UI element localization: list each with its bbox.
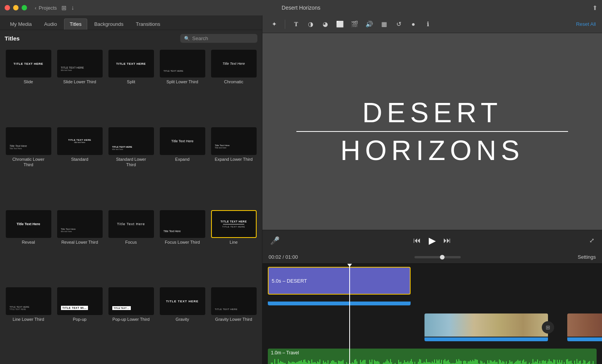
- color-correct-icon[interactable]: ◕: [320, 19, 331, 30]
- video-clip-2[interactable]: [567, 313, 602, 341]
- settings-button[interactable]: Settings: [578, 254, 596, 260]
- title-item-split[interactable]: TITLE TEXT HERE Split: [106, 48, 156, 125]
- waveform-bar: [377, 361, 378, 364]
- titles-heading: Titles: [5, 35, 20, 42]
- text-format-icon[interactable]: 𝐓: [291, 19, 301, 30]
- waveform-bar: [336, 362, 337, 364]
- title-thumb-gravity: TITLE TEXT HERE: [160, 287, 205, 315]
- search-input[interactable]: [192, 35, 254, 41]
- waveform-bar: [560, 362, 561, 364]
- crop-icon[interactable]: ⬜: [335, 19, 345, 30]
- camera-icon[interactable]: 🎬: [349, 19, 360, 30]
- video-clip-2-frames: [567, 313, 602, 337]
- tab-audio[interactable]: Audio: [39, 19, 62, 29]
- waveform-bar: [424, 362, 424, 364]
- title-item-chromatic[interactable]: Title Text Here Chromatic: [208, 48, 259, 125]
- waveform-bar: [543, 360, 544, 364]
- waveform-bar: [536, 362, 537, 364]
- waveform-bar: [561, 360, 562, 364]
- share-button[interactable]: ⬆: [592, 4, 597, 12]
- title-item-focus-lower-third[interactable]: Title Text Here Focus Lower Third: [157, 209, 208, 285]
- title-item-gravity-lower-third[interactable]: TITLE TEXT HERE Gravity Lower Third: [208, 286, 259, 362]
- waveform-bar: [324, 362, 325, 364]
- waveform-bar: [477, 360, 478, 364]
- waveform-bar: [523, 359, 524, 364]
- microphone-icon[interactable]: 🎤: [270, 236, 280, 245]
- waveform-bar: [406, 362, 407, 364]
- filter-icon[interactable]: ◑: [305, 19, 316, 30]
- waveform-bar: [472, 360, 473, 364]
- title-item-expand[interactable]: Title Text Here Expand: [157, 126, 208, 208]
- title-item-focus[interactable]: Title Text Here Focus: [106, 209, 156, 285]
- tab-my-media[interactable]: My Media: [5, 19, 37, 29]
- title-item-slide-lower-third[interactable]: TITLE TEXT HERE title text here Slide Lo…: [54, 48, 105, 125]
- title-item-line[interactable]: TITLE TEXT HERE TITLE TEXT HERE Line: [208, 209, 259, 285]
- waveform-bar: [430, 362, 430, 364]
- speed-icon[interactable]: ▦: [379, 19, 389, 30]
- grid-view-icon[interactable]: ⊞: [61, 4, 66, 12]
- forward-arrow-icon[interactable]: ↓: [71, 4, 74, 11]
- stabilize-icon[interactable]: ↺: [393, 19, 404, 30]
- waveform-bar: [495, 362, 496, 364]
- title-thumb-standard: TITLE TEXT HERE title text here: [57, 127, 103, 155]
- tab-transitions[interactable]: Transitions: [130, 19, 166, 29]
- play-button[interactable]: ▶: [429, 235, 436, 246]
- title-caption-chromatic: Chromatic: [224, 79, 243, 84]
- zoom-bar[interactable]: [414, 256, 461, 258]
- title-thumb-focus: Title Text Here: [108, 210, 154, 238]
- title-item-reveal[interactable]: Title Text Here Reveal: [3, 209, 54, 285]
- waveform-bar: [548, 361, 548, 364]
- title-item-standard-lower-third[interactable]: TITLE TEXT HERE title text here Standard…: [106, 126, 156, 208]
- waveform-bar: [468, 361, 468, 364]
- title-item-reveal-lower-third[interactable]: Title Text Here title text here Reveal L…: [54, 209, 105, 285]
- title-caption-split: Split: [127, 79, 135, 84]
- title-clip[interactable]: 5.0s – DESERT: [268, 267, 411, 295]
- info-icon[interactable]: ℹ: [423, 19, 433, 30]
- waveform-bar: [320, 359, 320, 364]
- audio-clip[interactable]: 1.0m – Travel: [268, 349, 597, 364]
- close-button[interactable]: [5, 5, 10, 10]
- title-item-slide[interactable]: TITLE TEXT HERE Slide: [3, 48, 54, 125]
- waveform-bar: [353, 363, 354, 364]
- video-clip-1[interactable]: [424, 313, 548, 341]
- minimize-button[interactable]: [13, 5, 19, 10]
- skip-back-icon[interactable]: ⏮: [413, 236, 421, 245]
- back-to-projects[interactable]: ‹ Projects: [35, 5, 57, 11]
- search-box[interactable]: 🔍: [180, 34, 257, 43]
- waveform-bar: [299, 361, 299, 364]
- color-wheel-icon[interactable]: ●: [408, 19, 419, 30]
- title-item-line-lower-third[interactable]: TITLE TEXT HERE TITLE TEXT HERE Line Low…: [3, 286, 54, 362]
- zoom-control[interactable]: [414, 256, 461, 258]
- waveform-bar: [439, 359, 440, 364]
- tab-backgrounds[interactable]: Backgrounds: [89, 19, 129, 29]
- title-item-standard[interactable]: TITLE TEXT HERE title text here Standard: [54, 126, 105, 208]
- reset-all-button[interactable]: Reset All: [576, 21, 596, 27]
- waveform-bar: [566, 359, 567, 364]
- audio-icon[interactable]: 🔊: [364, 19, 375, 30]
- title-item-chromatic-lower-third[interactable]: Title Text Here Title Text Here Chromati…: [3, 126, 54, 208]
- waveform-bar: [473, 361, 474, 364]
- waveform-bar: [340, 361, 341, 364]
- waveform-bar: [292, 362, 293, 364]
- title-item-gravity[interactable]: TITLE TEXT HERE Gravity: [157, 286, 208, 362]
- waveform-bar: [516, 361, 517, 364]
- waveform-bar: [475, 359, 475, 364]
- waveform-bar: [420, 359, 421, 364]
- waveform-bar: [500, 360, 501, 364]
- total-time: 01:00: [285, 254, 298, 260]
- zoom-handle[interactable]: [440, 255, 445, 260]
- title-item-pop-up-lower-third[interactable]: TITLE TEXT ... Pop-up Lower Third: [106, 286, 156, 362]
- toolbar-divider-1: [285, 20, 285, 29]
- title-item-pop-up[interactable]: TITLE TEXT Mi... Pop-up: [54, 286, 105, 362]
- title-item-expand-lower-third[interactable]: Title Text Here Title text here Expand L…: [208, 126, 259, 208]
- tab-titles[interactable]: Titles: [64, 19, 88, 30]
- title-item-split-lower-third[interactable]: TITLE TEXT HERE Split Lower Third: [157, 48, 208, 125]
- magic-wand-icon[interactable]: ✦: [269, 19, 279, 30]
- projects-link[interactable]: Projects: [39, 5, 57, 11]
- fullscreen-icon[interactable]: ⤢: [589, 237, 594, 244]
- waveform-bar: [493, 361, 494, 364]
- maximize-button[interactable]: [22, 5, 27, 10]
- timecode: 00:02 / 01:00: [269, 254, 298, 260]
- skip-forward-icon[interactable]: ⏭: [443, 236, 451, 245]
- waveform-bar: [384, 362, 385, 364]
